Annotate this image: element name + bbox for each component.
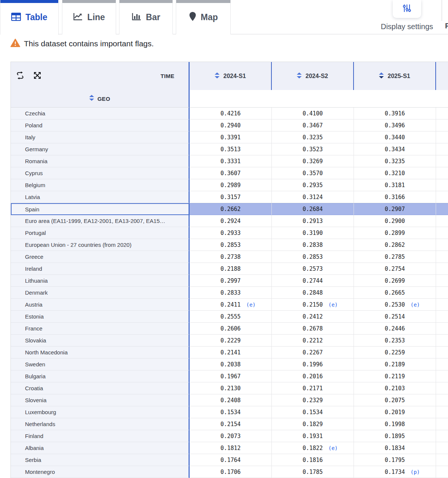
value-cell[interactable]: 0.2862 xyxy=(354,239,436,251)
value-cell[interactable]: 0.2412 xyxy=(272,311,354,323)
row-label-slovakia[interactable]: Slovakia xyxy=(11,335,190,347)
value-cell[interactable]: 0.2171 xyxy=(272,382,354,394)
row-label-finland[interactable]: Finland xyxy=(11,430,190,442)
value-cell[interactable]: 0.2744 xyxy=(272,275,354,287)
value-cell[interactable]: 0.1706 xyxy=(190,466,272,478)
tab-line[interactable]: Line xyxy=(62,0,116,34)
value-cell[interactable]: 0.1829 xyxy=(272,418,354,430)
value-cell[interactable]: 0.2016 xyxy=(272,370,354,382)
row-label-denmark[interactable]: Denmark xyxy=(11,287,190,299)
value-cell[interactable]: 0.3235 xyxy=(354,155,436,167)
value-cell[interactable]: 0.2038 xyxy=(190,358,272,370)
row-label-lithuania[interactable]: Lithuania xyxy=(11,275,190,287)
value-cell[interactable]: 0.3269 xyxy=(272,155,354,167)
row-label-portugal[interactable]: Portugal xyxy=(11,227,190,239)
value-cell[interactable]: 0.2130 xyxy=(190,382,272,394)
column-header-2024-S2[interactable]: 2024-S2 xyxy=(272,62,354,90)
value-cell[interactable]: 0.3210 xyxy=(354,167,436,179)
value-cell[interactable]: 0.2754 xyxy=(354,263,436,275)
value-cell[interactable]: 0.2900 xyxy=(354,215,436,227)
value-cell[interactable]: 0.2678 xyxy=(272,323,354,335)
value-cell[interactable]: 0.2853 xyxy=(190,239,272,251)
value-cell[interactable]: 0.2329 xyxy=(272,394,354,406)
row-label-latvia[interactable]: Latvia xyxy=(11,191,190,203)
value-cell[interactable]: 0.2606 xyxy=(190,323,272,335)
row-label-belgium[interactable]: Belgium xyxy=(11,179,190,191)
value-cell[interactable]: 0.2699 xyxy=(354,275,436,287)
row-label-north-macedonia[interactable]: North Macedonia xyxy=(11,347,190,358)
value-cell[interactable]: 0.3467 xyxy=(272,120,354,131)
value-cell[interactable]: 0.1734(p) xyxy=(354,466,436,478)
value-cell[interactable]: 0.2267 xyxy=(272,347,354,358)
value-cell[interactable]: 0.3513 xyxy=(190,143,272,155)
value-cell[interactable]: 0.3166 xyxy=(354,191,436,203)
value-cell[interactable]: 0.1816 xyxy=(272,454,354,466)
expand-icon[interactable] xyxy=(33,71,41,81)
value-cell[interactable]: 0.2150(e) xyxy=(272,299,354,311)
row-label-estonia[interactable]: Estonia xyxy=(11,311,190,323)
value-cell[interactable]: 0.2940 xyxy=(190,120,272,131)
value-cell[interactable]: 0.2411(e) xyxy=(190,299,272,311)
value-cell[interactable]: 0.1534 xyxy=(190,406,272,418)
value-cell[interactable]: 0.2935 xyxy=(272,179,354,191)
row-label-luxembourg[interactable]: Luxembourg xyxy=(11,406,190,418)
value-cell[interactable]: 0.2997 xyxy=(190,275,272,287)
value-cell[interactable]: 0.2103 xyxy=(354,382,436,394)
value-cell[interactable]: 0.2446 xyxy=(354,323,436,335)
value-cell[interactable]: 0.2913 xyxy=(272,215,354,227)
value-cell[interactable]: 0.1996 xyxy=(272,358,354,370)
row-label-european-union-27-countries-from-2020-[interactable]: European Union - 27 countries (from 2020… xyxy=(11,239,190,251)
value-cell[interactable]: 0.3391 xyxy=(190,131,272,143)
value-cell[interactable]: 0.1895 xyxy=(354,430,436,442)
value-cell[interactable]: 0.2073 xyxy=(190,430,272,442)
value-cell[interactable]: 0.2188 xyxy=(190,263,272,275)
row-label-slovenia[interactable]: Slovenia xyxy=(11,394,190,406)
value-cell[interactable]: 0.2212 xyxy=(272,335,354,347)
value-cell[interactable]: 0.2229 xyxy=(190,335,272,347)
value-cell[interactable]: 0.1967 xyxy=(190,370,272,382)
value-cell[interactable]: 0.3331 xyxy=(190,155,272,167)
value-cell[interactable]: 0.2785 xyxy=(354,251,436,263)
value-cell[interactable]: 0.3434 xyxy=(354,143,436,155)
value-cell[interactable]: 0.1785 xyxy=(272,466,354,478)
row-label-poland[interactable]: Poland xyxy=(11,120,190,131)
row-label-ireland[interactable]: Ireland xyxy=(11,263,190,275)
value-cell[interactable]: 0.2662 xyxy=(190,203,272,215)
row-label-austria[interactable]: Austria xyxy=(11,299,190,311)
row-label-croatia[interactable]: Croatia xyxy=(11,382,190,394)
value-cell[interactable]: 0.3570 xyxy=(272,167,354,179)
value-cell[interactable]: 0.2141 xyxy=(190,347,272,358)
value-cell[interactable]: 0.2573 xyxy=(272,263,354,275)
value-cell[interactable]: 0.1534 xyxy=(272,406,354,418)
column-header-2024-S1[interactable]: 2024-S1 xyxy=(190,62,272,90)
value-cell[interactable]: 0.4100 xyxy=(272,108,354,120)
value-cell[interactable]: 0.1812 xyxy=(190,442,272,454)
display-settings-button[interactable] xyxy=(393,0,421,18)
value-cell[interactable]: 0.2838 xyxy=(272,239,354,251)
row-label-spain[interactable]: Spain xyxy=(11,203,190,215)
value-cell[interactable]: 0.2119 xyxy=(354,370,436,382)
value-cell[interactable]: 0.1931 xyxy=(272,430,354,442)
value-cell[interactable]: 0.4216 xyxy=(190,108,272,120)
value-cell[interactable]: 0.1998 xyxy=(354,418,436,430)
tab-map[interactable]: Map xyxy=(176,0,231,34)
value-cell[interactable]: 0.2019 xyxy=(354,406,436,418)
value-cell[interactable]: 0.2189 xyxy=(354,358,436,370)
tab-bar[interactable]: Bar xyxy=(119,0,173,34)
row-label-italy[interactable]: Italy xyxy=(11,131,190,143)
value-cell[interactable]: 0.2933 xyxy=(190,227,272,239)
value-cell[interactable]: 0.2075 xyxy=(354,394,436,406)
row-label-albania[interactable]: Albania xyxy=(11,442,190,454)
value-cell[interactable]: 0.3916 xyxy=(354,108,436,120)
value-cell[interactable]: 0.3124 xyxy=(272,191,354,203)
row-label-euro-area-ea11-1999-ea12-2001-ea13-2007-ea15-[interactable]: Euro area (EA11-1999, EA12-2001, EA13-20… xyxy=(11,215,190,227)
row-label-greece[interactable]: Greece xyxy=(11,251,190,263)
value-cell[interactable]: 0.3496 xyxy=(354,120,436,131)
value-cell[interactable]: 0.3523 xyxy=(272,143,354,155)
value-cell[interactable]: 0.2848 xyxy=(272,287,354,299)
value-cell[interactable]: 0.2907 xyxy=(354,203,436,215)
geo-column-header[interactable]: GEO xyxy=(11,90,190,108)
transpose-icon[interactable] xyxy=(16,71,24,81)
row-label-romania[interactable]: Romania xyxy=(11,155,190,167)
value-cell[interactable]: 0.2924 xyxy=(190,215,272,227)
